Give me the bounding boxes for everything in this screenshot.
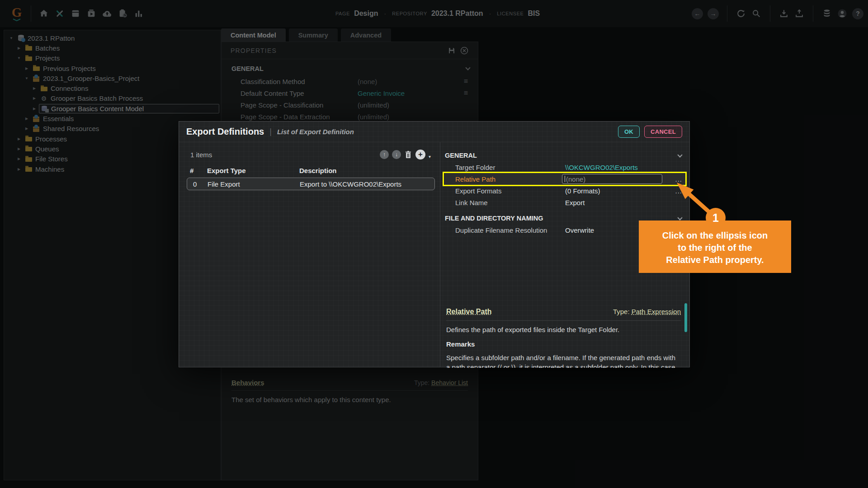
property-help-panel: Relative Path Type: Path Expression Defi…	[445, 302, 687, 368]
property-label: Link Name	[445, 199, 565, 206]
section-title: FILE AND DIRECTORY NAMING	[445, 215, 543, 222]
dialog-column-divider	[440, 142, 440, 367]
list-header-row: # Export Type Description	[179, 167, 440, 174]
dialog-title: Export Definitions	[186, 127, 264, 137]
link-name-value[interactable]: Export	[565, 199, 585, 206]
move-up-icon[interactable]: ↑	[380, 150, 389, 159]
help-type: Type: Path Expression	[613, 308, 681, 315]
general-section-header[interactable]: GENERAL	[445, 150, 685, 161]
help-title[interactable]: Relative Path	[446, 308, 491, 316]
callout-step-number: 1	[712, 211, 719, 225]
export-list-panel: 1 items ↑ ↓ + ▾ # Export Type Descriptio…	[179, 142, 440, 367]
title-divider: |	[269, 127, 272, 136]
property-label: Export Formats	[445, 187, 565, 195]
target-folder-row[interactable]: Target Folder \\OKCWGRO02\Exports	[445, 161, 685, 173]
ok-button[interactable]: OK	[618, 126, 640, 138]
help-description: Defines the path of exported files insid…	[446, 326, 687, 333]
row-export-type: File Export	[208, 180, 300, 188]
text-cursor	[565, 176, 565, 182]
dialog-subtitle: List of Export Definition	[277, 128, 354, 136]
add-dropdown-caret-icon[interactable]: ▾	[429, 154, 431, 159]
duplicate-filename-value[interactable]: Overwrite	[565, 226, 594, 234]
column-header-description[interactable]: Description	[299, 167, 440, 174]
callout-step-badge: 1	[706, 208, 726, 228]
callout-text-line: Relative Path property.	[639, 254, 791, 266]
move-down-icon[interactable]: ↓	[392, 150, 401, 159]
property-label: Target Folder	[445, 164, 565, 171]
list-toolbar: 1 items ↑ ↓ + ▾	[190, 149, 431, 160]
property-label: Duplicate Filename Resolution	[445, 226, 565, 234]
column-header-index[interactable]: #	[190, 167, 207, 174]
row-description: Export to \\OKCWGRO02\Exports	[300, 180, 434, 188]
column-header-type[interactable]: Export Type	[207, 167, 299, 174]
remarks-text: Specifies a subfolder path and/or a file…	[446, 353, 679, 368]
link-name-row[interactable]: Link Name Export	[445, 197, 685, 208]
relative-path-input[interactable]: (none)	[562, 174, 662, 184]
relative-path-row[interactable]: Relative Path (none) ...	[445, 173, 685, 185]
callout-instruction-box: Click on the ellipsis icon to the right …	[639, 221, 791, 273]
chevron-down-icon	[677, 152, 682, 157]
export-formats-value[interactable]: (0 Formats)	[565, 187, 600, 195]
target-folder-link[interactable]: \\OKCWGRO02\Exports	[565, 164, 638, 171]
cancel-button[interactable]: CANCEL	[644, 126, 682, 138]
relative-path-placeholder: (none)	[566, 175, 585, 183]
export-formats-row[interactable]: Export Formats (0 Formats) ...	[445, 185, 685, 197]
divider	[446, 320, 681, 321]
export-definition-row-selected[interactable]: 0 File Export Export to \\OKCWGRO02\Expo…	[187, 178, 435, 190]
add-icon[interactable]: +	[415, 150, 425, 160]
items-count: 1 items	[190, 151, 212, 159]
property-label: Relative Path	[445, 175, 565, 183]
delete-icon[interactable]	[404, 150, 412, 159]
callout-text-line: to the right of the	[639, 242, 791, 254]
help-scrollbar[interactable]	[684, 303, 687, 332]
section-title: GENERAL	[445, 152, 477, 159]
export-definitions-dialog: Export Definitions | List of Export Defi…	[179, 121, 690, 367]
help-type-link[interactable]: Path Expression	[632, 308, 681, 315]
row-index: 0	[193, 180, 208, 188]
remarks-title: Remarks	[446, 340, 687, 348]
dialog-header: Export Definitions | List of Export Defi…	[179, 122, 689, 142]
callout-text-line: Click on the ellipsis icon	[639, 230, 791, 242]
